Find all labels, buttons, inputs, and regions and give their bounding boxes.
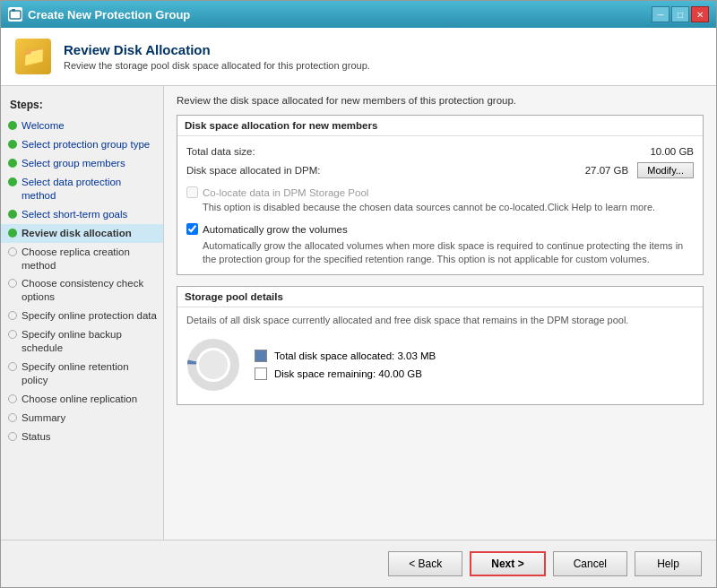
sidebar-item-welcome[interactable]: Welcome: [1, 117, 163, 135]
page-header: 📁 Review Disk Allocation Review the stor…: [1, 28, 716, 86]
disk-allocation-section: Disk space allocation for new members To…: [177, 115, 704, 275]
total-data-row: Total data size: 10.00 GB: [186, 143, 694, 160]
step-dot-online-protection: [8, 311, 17, 320]
total-data-value: 10.00 GB: [650, 146, 694, 157]
auto-grow-checkbox[interactable]: [186, 223, 198, 235]
auto-grow-label: Automatically grow the volumes: [203, 224, 348, 235]
step-dot-disk-allocation: [8, 229, 17, 238]
sidebar-item-label-online-backup: Specify online backup schedule: [22, 328, 158, 355]
modify-button[interactable]: Modify...: [637, 162, 694, 178]
allocated-legend-box: [255, 350, 267, 362]
svg-rect-1: [12, 9, 15, 12]
sidebar-item-label-short-term: Select short-term goals: [22, 208, 127, 221]
disk-allocated-value: 27.07 GB: [585, 165, 629, 176]
step-dot-data-protection: [8, 177, 17, 186]
sidebar-item-label-welcome: Welcome: [22, 119, 65, 133]
right-panel: Review the disk space allocated for new …: [164, 86, 716, 540]
step-dot-welcome: [8, 121, 17, 130]
sidebar-item-label-online-replication: Choose online replication: [22, 393, 137, 406]
svg-point-4: [199, 350, 228, 379]
step-dot-online-backup: [8, 330, 17, 339]
sidebar-item-disk-allocation: Review disk allocation: [1, 224, 163, 243]
colocate-label: Co-locate data in DPM Storage Pool: [203, 187, 368, 198]
sidebar-item-label-replica-creation: Choose replica creation method: [22, 246, 158, 272]
main-window: Create New Protection Group ─ □ ✕ 📁 Revi…: [0, 0, 717, 588]
allocated-legend-label: Total disk space allocated: 3.03 MB: [274, 350, 436, 361]
sidebar: Steps: WelcomeSelect protection group ty…: [1, 86, 164, 540]
storage-section-header: Storage pool details: [177, 287, 703, 307]
header-icon: 📁: [15, 39, 51, 74]
sidebar-item-label-protection-group-type: Select protection group type: [22, 138, 150, 151]
page-subtitle: Review the storage pool disk space alloc…: [64, 60, 370, 71]
sidebar-item-protection-group-type[interactable]: Select protection group type: [1, 135, 163, 154]
step-dot-protection-group-type: [8, 140, 17, 149]
sidebar-item-label-status: Status: [22, 430, 51, 444]
window-controls: ─ □ ✕: [652, 6, 709, 22]
footer: < Back Next > Cancel Help: [1, 540, 716, 587]
step-dot-summary: [8, 413, 17, 422]
disk-section-header: Disk space allocation for new members: [177, 116, 703, 136]
cancel-button[interactable]: Cancel: [553, 551, 627, 576]
intro-text: Review the disk space allocated for new …: [177, 95, 704, 106]
sidebar-item-online-replication: Choose online replication: [1, 390, 163, 409]
auto-grow-row: Automatically grow the volumes: [186, 218, 694, 237]
storage-pool-section: Storage pool details Details of all disk…: [177, 286, 704, 405]
maximize-button[interactable]: □: [671, 6, 689, 22]
disk-allocated-row: Disk space allocated in DPM: 27.07 GB Mo…: [186, 160, 694, 181]
colocate-row: Co-locate data in DPM Storage Pool: [186, 181, 694, 200]
sidebar-item-short-term[interactable]: Select short-term goals: [1, 205, 163, 224]
sidebar-item-label-disk-allocation: Review disk allocation: [22, 227, 132, 240]
svg-rect-0: [10, 11, 21, 19]
sidebar-item-data-protection[interactable]: Select data protection method: [1, 173, 163, 205]
step-dot-status: [8, 432, 17, 441]
minimize-button[interactable]: ─: [652, 6, 669, 22]
remaining-legend-box: [255, 368, 267, 380]
sidebar-item-online-retention: Specify online retention policy: [1, 358, 163, 390]
sidebar-item-status: Status: [1, 428, 163, 446]
storage-section-body: Details of all disk space currently allo…: [177, 307, 703, 404]
close-button[interactable]: ✕: [691, 6, 709, 22]
disk-allocated-right: 27.07 GB Modify...: [585, 162, 694, 178]
sidebar-item-label-consistency-check: Choose consistency check options: [22, 277, 158, 304]
remaining-legend-row: Disk space remaining: 40.00 GB: [255, 368, 436, 380]
help-button[interactable]: Help: [635, 551, 702, 576]
content-area: 📁 Review Disk Allocation Review the stor…: [1, 28, 716, 587]
sidebar-item-label-summary: Summary: [22, 411, 65, 425]
next-button[interactable]: Next >: [470, 551, 545, 576]
step-dot-consistency-check: [8, 279, 17, 288]
allocated-legend-row: Total disk space allocated: 3.03 MB: [255, 350, 436, 362]
steps-label: Steps:: [1, 95, 163, 117]
disk-section-body: Total data size: 10.00 GB Disk space all…: [177, 136, 703, 274]
remaining-legend-label: Disk space remaining: 40.00 GB: [274, 368, 422, 379]
colocate-note: This option is disabled because the chos…: [186, 200, 694, 218]
pool-desc: Details of all disk space currently allo…: [186, 315, 694, 325]
title-bar: Create New Protection Group ─ □ ✕: [1, 1, 716, 28]
sidebar-item-label-group-members: Select group members: [22, 157, 125, 170]
sidebar-item-label-data-protection: Select data protection method: [22, 176, 158, 203]
title-bar-left: Create New Protection Group: [8, 7, 190, 22]
step-dot-group-members: [8, 159, 17, 168]
sidebar-item-label-online-protection: Specify online protection data: [22, 309, 157, 323]
main-body: Steps: WelcomeSelect protection group ty…: [1, 86, 716, 540]
sidebar-item-online-protection: Specify online protection data: [1, 307, 163, 325]
sidebar-item-replica-creation: Choose replica creation method: [1, 243, 163, 275]
sidebar-item-label-online-retention: Specify online retention policy: [22, 360, 158, 387]
pool-legend: Total disk space allocated: 3.03 MB Disk…: [255, 350, 436, 380]
step-dot-replica-creation: [8, 247, 17, 256]
auto-grow-desc: Automatically grow the allocated volumes…: [186, 237, 694, 267]
page-title: Review Disk Allocation: [64, 42, 370, 57]
sidebar-item-group-members[interactable]: Select group members: [1, 154, 163, 173]
header-text: Review Disk Allocation Review the storag…: [64, 42, 370, 71]
sidebar-item-summary: Summary: [1, 409, 163, 428]
total-data-label: Total data size:: [186, 146, 255, 157]
colocate-checkbox[interactable]: [186, 186, 198, 198]
back-button[interactable]: < Back: [388, 551, 462, 576]
step-dot-online-replication: [8, 394, 17, 403]
sidebar-item-consistency-check: Choose consistency check options: [1, 274, 163, 307]
step-dot-online-retention: [8, 362, 17, 371]
app-icon: [8, 7, 22, 22]
window-title: Create New Protection Group: [28, 8, 190, 22]
disk-allocated-label: Disk space allocated in DPM:: [186, 165, 321, 176]
pool-visual: Total disk space allocated: 3.03 MB Disk…: [186, 333, 694, 397]
donut-chart: [186, 338, 240, 392]
